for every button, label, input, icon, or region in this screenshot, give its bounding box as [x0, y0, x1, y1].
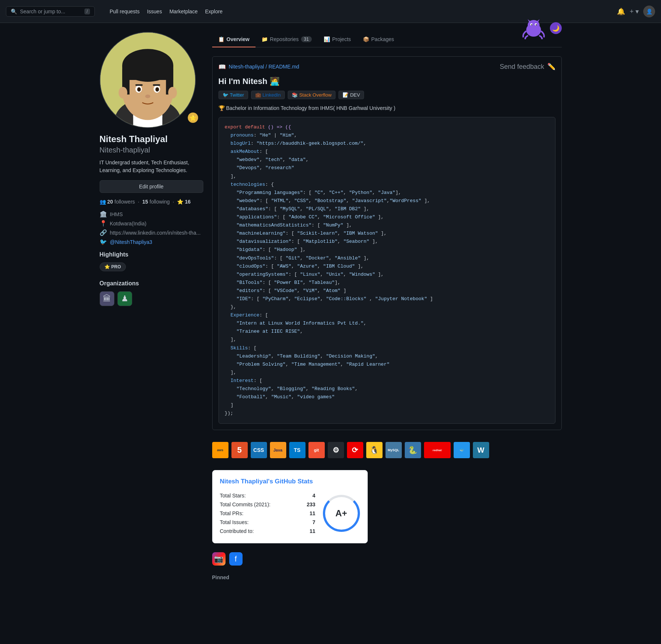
- meta-twitter[interactable]: 🐦 @NiteshThapliya3: [100, 238, 203, 245]
- grade-value: A+: [335, 508, 347, 519]
- ansible-icon[interactable]: ⟳: [347, 442, 363, 458]
- stats-value-2: 11: [310, 510, 316, 516]
- building-icon: 🏛️: [100, 211, 107, 218]
- org-avatar-1[interactable]: 🏛: [100, 291, 114, 306]
- repositories-count: 31: [301, 36, 312, 42]
- linkedin-badge-label: LinkedIn: [263, 92, 281, 98]
- code-line-8: "Programming languages": [ "C", "C++", "…: [225, 189, 549, 197]
- facebook-icon[interactable]: f: [229, 552, 243, 566]
- highlights-section: Highlights ⭐ PRO: [100, 251, 203, 271]
- readme-degree: 🏆 Bachelor in Information Technology fro…: [218, 105, 555, 111]
- linux-icon[interactable]: 🐧: [366, 442, 383, 458]
- meta-org: 🏛️ IHMS: [100, 211, 203, 218]
- header-nav: Pull requests Issues Marketplace Explore: [107, 6, 226, 17]
- edit-profile-button[interactable]: Edit profile: [100, 180, 203, 193]
- dev-badge-icon: 📝: [343, 92, 348, 98]
- notifications-button[interactable]: 🔔: [617, 7, 625, 16]
- wordpress-icon[interactable]: W: [473, 442, 489, 458]
- stats-title: Nitesh Thapliyal's GitHub Stats: [220, 478, 360, 485]
- code-line-15: "bigdata": [ "Hadoop" ],: [225, 246, 549, 254]
- svg-rect-17: [153, 84, 160, 86]
- linkedin-url[interactable]: https://www.linkedin.com/in/nitesh-tha..…: [110, 230, 201, 236]
- dev-badge[interactable]: 📝 DEV: [338, 91, 364, 99]
- followers-count[interactable]: 20: [107, 199, 113, 205]
- svg-point-18: [145, 94, 150, 98]
- nav-explore[interactable]: Explore: [202, 6, 226, 17]
- organizations-section: Organizations 🏛 ♟: [100, 280, 203, 306]
- svg-rect-7: [122, 66, 173, 80]
- tab-projects[interactable]: 📊 Projects: [318, 32, 357, 47]
- tech-strip: aws 5 CSS Java TS git ⚙: [212, 439, 562, 461]
- org-avatars-list: 🏛 ♟: [100, 291, 203, 306]
- code-line-9: "webdev": [ "HTML", "CSS", "Bootstrap", …: [225, 197, 549, 205]
- star-icon: ⭐: [177, 199, 183, 205]
- svg-point-23: [531, 24, 532, 26]
- following-label: following: [150, 199, 170, 205]
- twitter-badge[interactable]: 🐦 Twitter: [218, 91, 248, 99]
- stars-count[interactable]: 16: [185, 199, 191, 205]
- docker-icon[interactable]: 🐳: [454, 442, 470, 458]
- readme-title: Hi I'm Nitesh 🧑‍💻: [218, 77, 555, 86]
- following-count[interactable]: 15: [142, 199, 148, 205]
- code-line-18: "operatingSystems": [ "Linux", "Unix", "…: [225, 271, 549, 279]
- stats-value-0: 4: [313, 493, 316, 499]
- nav-marketplace[interactable]: Marketplace: [166, 6, 200, 17]
- css3-icon[interactable]: CSS: [251, 442, 267, 458]
- code-line-3: askMeAbout: [: [225, 148, 549, 156]
- dev-badge-label: DEV: [350, 92, 360, 98]
- linkedin-badge[interactable]: 💼 LinkedIn: [251, 91, 285, 99]
- org-avatar-2[interactable]: ♟: [117, 291, 132, 306]
- code-line-25: "Trainee at IIEC RISE",: [225, 328, 549, 336]
- stats-row-1: Total Commits (2021): 233: [220, 500, 316, 509]
- git-icon[interactable]: git: [308, 442, 325, 458]
- user-menu-button[interactable]: 👤: [643, 6, 655, 17]
- java-icon[interactable]: Java: [270, 442, 286, 458]
- stackoverflow-badge[interactable]: 📚 Stack Overflow: [288, 91, 335, 99]
- projects-icon: 📊: [324, 36, 330, 42]
- instagram-icon[interactable]: 📷: [212, 552, 226, 566]
- linkedin-badge-icon: 💼: [255, 92, 261, 98]
- aws-icon[interactable]: aws: [212, 442, 228, 458]
- pro-badge-star: ⭐: [187, 112, 199, 124]
- readme-path-link[interactable]: Nitesh-thapliyal / README.md: [229, 64, 300, 70]
- tab-repositories[interactable]: 📁 Repositories 31: [256, 32, 318, 47]
- send-feedback-button[interactable]: Send feedback ✏️: [500, 63, 555, 71]
- tab-packages[interactable]: 📦 Packages: [357, 32, 400, 47]
- packages-icon: 📦: [363, 36, 369, 42]
- profile-meta: 🏛️ IHMS 📍 Kotdwara(India) 🔗 https://www.…: [100, 211, 203, 245]
- code-line-32: "Technology", "Blogging", "Reading Books…: [225, 385, 549, 393]
- meta-linkedin[interactable]: 🔗 https://www.linkedin.com/in/nitesh-tha…: [100, 229, 203, 236]
- code-line-28: "Leadership", "Team Building", "Decision…: [225, 352, 549, 360]
- ts-icon[interactable]: TS: [289, 442, 306, 458]
- search-box[interactable]: 🔍 Search or jump to... /: [6, 6, 95, 17]
- code-line-14: "datavisualization": [ "Matplotlib", "Se…: [225, 238, 549, 246]
- tab-overview[interactable]: 📋 Overview: [212, 32, 256, 47]
- svg-point-15: [155, 87, 159, 92]
- github-icon[interactable]: ⚙: [328, 442, 344, 458]
- stackoverflow-badge-icon: 📚: [292, 92, 298, 98]
- mysql-icon[interactable]: MySQL: [385, 442, 402, 458]
- stats-row-3: Total Issues: 7: [220, 518, 316, 527]
- nav-pull-requests[interactable]: Pull requests: [107, 6, 143, 17]
- repositories-icon: 📁: [261, 36, 268, 42]
- code-line-20: "editors": [ "VSCode", "ViM", "Atom" ]: [225, 287, 549, 295]
- stats-label-0: Total Stars:: [220, 493, 246, 499]
- search-kbd: /: [84, 9, 90, 14]
- followers-label: followers: [114, 199, 135, 205]
- main-content: 🌙 📋 Overview 📁 Repositories 31 📊 Project…: [212, 32, 562, 585]
- redhat-icon[interactable]: redhat: [424, 442, 451, 458]
- new-item-button[interactable]: + ▾: [630, 7, 639, 16]
- code-line-19: "BiTools": [ "Power BI", "Tableau"],: [225, 279, 549, 287]
- location-text: Kotdwara(India): [110, 221, 147, 227]
- followers-icon: 👥: [100, 199, 106, 205]
- python-icon[interactable]: 🐍: [405, 442, 421, 458]
- stats-label-4: Contributed to:: [220, 528, 254, 534]
- twitter-handle[interactable]: @NiteshThapliya3: [110, 239, 153, 245]
- stats-value-1: 233: [307, 502, 315, 507]
- stats-row-4: Contributed to: 11: [220, 527, 316, 536]
- profile-tabs: 📋 Overview 📁 Repositories 31 📊 Projects …: [212, 32, 562, 47]
- html5-icon[interactable]: 5: [231, 442, 248, 458]
- stats-table: Total Stars: 4 Total Commits (2021): 233…: [220, 491, 316, 536]
- nav-issues[interactable]: Issues: [144, 6, 165, 17]
- pinned-header: Pinned: [212, 574, 562, 580]
